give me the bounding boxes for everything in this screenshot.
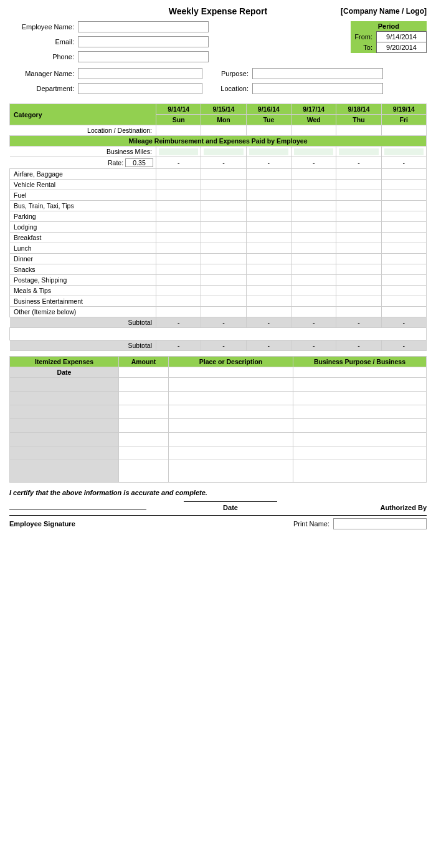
day-4: Thu: [336, 115, 381, 125]
subtotal-row-1: Subtotal - - - - - -: [10, 317, 427, 328]
purpose-label: Purpose:: [209, 70, 252, 77]
period-to: 9/20/2014: [377, 42, 427, 53]
manager-name-input[interactable]: [78, 68, 202, 79]
row-label-5: Lodging: [10, 222, 156, 233]
table-row: Fuel: [10, 190, 427, 201]
dept-label: Department:: [9, 85, 78, 92]
email-label: Email:: [9, 38, 78, 46]
rate-input[interactable]: [125, 158, 153, 167]
miles-3[interactable]: [291, 147, 336, 157]
table-row: Dinner: [10, 254, 427, 264]
itemized-row-6: [10, 446, 427, 460]
employee-name-label: Employee Name:: [9, 23, 78, 31]
table-row: Breakfast: [10, 233, 427, 243]
amount-header: Amount: [119, 357, 169, 367]
miles-2[interactable]: [246, 147, 291, 157]
date-1: 9/15/14: [201, 104, 246, 115]
loc-5[interactable]: [381, 125, 426, 136]
loc-4[interactable]: [336, 125, 381, 136]
row-label-2: Fuel: [10, 190, 156, 201]
to-label: To:: [351, 42, 376, 53]
date-0: 9/14/14: [156, 104, 201, 115]
business-miles-row: Business Miles:: [10, 147, 427, 157]
date-col-header: Date: [10, 367, 119, 378]
spacer-row: [10, 328, 427, 340]
manager-name-label: Manager Name:: [9, 70, 78, 77]
from-label: From:: [351, 32, 376, 42]
table-row: Postage, Shipping: [10, 275, 427, 286]
rate-row: Rate: - - - - - -: [10, 157, 427, 169]
employee-sig-label: Employee Signature: [9, 520, 75, 528]
period-label: Period: [351, 21, 426, 32]
rate-calc-3: -: [291, 157, 336, 169]
loc-0[interactable]: [156, 125, 201, 136]
day-0: Sun: [156, 115, 201, 125]
miles-0[interactable]: [156, 147, 201, 157]
table-row: Parking: [10, 211, 427, 222]
loc-3[interactable]: [291, 125, 336, 136]
loc-1[interactable]: [201, 125, 246, 136]
itemized-row-7: [10, 460, 427, 483]
subtotal-row-2: Subtotal - - - - - -: [10, 340, 427, 351]
loc-2[interactable]: [246, 125, 291, 136]
itemized-row-4: [10, 419, 427, 433]
date-3: 9/17/14: [291, 104, 336, 115]
table-row: Lunch: [10, 243, 427, 254]
print-name-label: Print Name:: [293, 520, 329, 528]
date-2: 9/16/14: [246, 104, 291, 115]
dept-input[interactable]: [78, 83, 202, 94]
rate-calc-0: -: [156, 157, 201, 169]
employee-name-input[interactable]: [78, 21, 209, 32]
itemized-row-3: [10, 405, 427, 419]
row-label-3: Bus, Train, Taxi, Tips: [10, 201, 156, 211]
table-row: Snacks: [10, 264, 427, 275]
row-label-12: Business Entertainment: [10, 296, 156, 307]
row-label-8: Dinner: [10, 254, 156, 264]
row-label-7: Lunch: [10, 243, 156, 254]
purpose-header: Business Purpose / Business: [293, 357, 427, 367]
day-1: Mon: [201, 115, 246, 125]
date-sig-label: Date: [223, 504, 238, 511]
authorized-label: Authorized By: [380, 504, 427, 511]
rate-calc-2: -: [246, 157, 291, 169]
location-input[interactable]: [252, 83, 383, 94]
miles-1[interactable]: [201, 147, 246, 157]
location-dest-label: Location / Destination:: [10, 125, 156, 136]
expense-table: Category 9/14/14 9/15/14 9/16/14 9/17/14…: [9, 104, 427, 351]
row-label-10: Postage, Shipping: [10, 275, 156, 286]
table-row: Bus, Train, Taxi, Tips: [10, 201, 427, 211]
date-5: 9/19/14: [381, 104, 426, 115]
certify-text: I certify that the above information is …: [9, 489, 427, 496]
miles-5[interactable]: [381, 147, 426, 157]
print-name-input[interactable]: [333, 518, 427, 529]
table-row: Vehicle Rental: [10, 180, 427, 190]
row-label-11: Meals & Tips: [10, 286, 156, 296]
phone-input[interactable]: [78, 51, 209, 62]
miles-4[interactable]: [336, 147, 381, 157]
rate-calc-1: -: [201, 157, 246, 169]
row-label-13: Other (Itemize below): [10, 307, 156, 317]
mileage-header-row: Mileage Reimbursement and Expenses Paid …: [10, 136, 427, 147]
period-box: Period From: 9/14/2014 To: 9/20/2014: [351, 21, 427, 53]
itemized-table: Itemized Expenses Amount Place or Descri…: [9, 356, 427, 483]
place-header: Place or Description: [169, 357, 293, 367]
period-from: 9/14/2014: [377, 32, 427, 42]
rate-calc-4: -: [336, 157, 381, 169]
subtotal-label-2: Subtotal: [10, 340, 156, 351]
subtotal-label-1: Subtotal: [10, 317, 156, 328]
row-label-9: Snacks: [10, 264, 156, 275]
phone-label: Phone:: [9, 53, 78, 60]
email-input[interactable]: [78, 36, 209, 47]
rate-calc-5: -: [381, 157, 426, 169]
table-row: Airfare, Baggage: [10, 169, 427, 180]
table-row: Meals & Tips: [10, 286, 427, 296]
itemized-expenses-header: Itemized Expenses: [10, 357, 119, 367]
purpose-input[interactable]: [252, 68, 383, 79]
day-3: Wed: [291, 115, 336, 125]
row-label-4: Parking: [10, 211, 156, 222]
day-5: Fri: [381, 115, 426, 125]
itemized-row-5: [10, 433, 427, 446]
location-label: Location:: [209, 85, 252, 92]
table-row: Business Entertainment: [10, 296, 427, 307]
mileage-section-label: Mileage Reimbursement and Expenses Paid …: [10, 136, 427, 147]
